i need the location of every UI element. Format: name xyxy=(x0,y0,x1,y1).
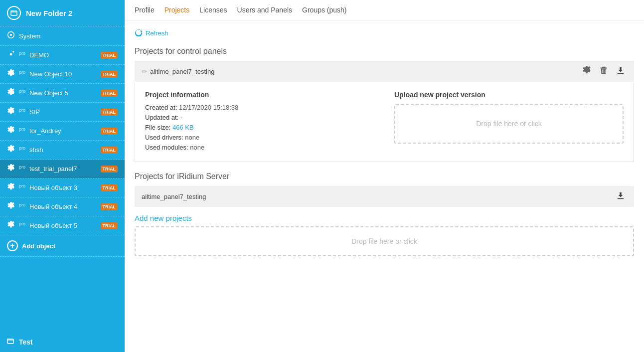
sidebar-item-novy-objekt-4[interactable]: pro Новый объект 4 TRIAL xyxy=(0,197,125,216)
used-drivers-row: Used drivers: none xyxy=(145,134,374,141)
drop-zone-upload[interactable]: Drop file here or click xyxy=(394,104,624,144)
sidebar-item-label-shsh: shsh xyxy=(29,146,96,154)
sidebar-item-label-new-object-5: New Object 5 xyxy=(29,89,96,97)
refresh-icon xyxy=(135,28,143,38)
sidebar-item-label-novy-objekt-5: Новый объект 5 xyxy=(29,222,96,229)
file-size-row: File size: 466 KB xyxy=(145,124,374,131)
plus-circle-icon: + xyxy=(7,240,18,251)
content-area: Refresh Projects for control panels ✏ al… xyxy=(125,20,644,352)
created-at-row: Created at: 12/17/2020 15:18:38 xyxy=(145,104,374,111)
used-modules-label: Used modules: xyxy=(145,144,188,151)
trial-badge: TRIAL xyxy=(101,147,118,154)
sidebar-item-label-novy-objekt-4: Новый объект 4 xyxy=(29,203,96,210)
sidebar-header[interactable]: New Folder 2 xyxy=(0,0,125,26)
pro-label: pro xyxy=(19,89,25,94)
sidebar-item-for-andrey[interactable]: pro for_Andrey TRIAL xyxy=(0,122,125,141)
sidebar-item-test-trial-panel7[interactable]: pro test_trial_panel7 TRIAL xyxy=(0,160,125,178)
file-size-label: File size: xyxy=(145,124,170,131)
add-new-projects-label[interactable]: Add new projects xyxy=(135,214,634,222)
download-button[interactable] xyxy=(614,65,627,78)
trial-badge: TRIAL xyxy=(101,184,118,191)
tab-groups-push[interactable]: Groups (push) xyxy=(302,6,346,14)
updated-at-row: Updated at: - xyxy=(145,114,374,121)
trial-badge: TRIAL xyxy=(101,203,118,210)
test-footer-item[interactable]: Test xyxy=(0,332,125,352)
sidebar-item-shsh[interactable]: pro shsh TRIAL xyxy=(0,141,125,160)
updated-at-label: Updated at: xyxy=(145,114,178,121)
svg-rect-4 xyxy=(618,73,624,74)
gear-icon xyxy=(7,50,15,60)
gear-icon xyxy=(7,202,15,211)
folder-icon xyxy=(7,6,21,20)
trial-badge: TRIAL xyxy=(101,71,118,78)
drop-zone-bottom-label: Drop file here or click xyxy=(351,237,417,245)
project-info-title: Project information xyxy=(145,91,374,99)
sidebar-item-novy-objekt-5[interactable]: pro Новый объект 5 TRIAL xyxy=(0,216,125,235)
svg-rect-3 xyxy=(7,339,13,344)
used-modules-row: Used modules: none xyxy=(145,144,374,151)
upload-title: Upload new project version xyxy=(394,91,624,99)
sidebar-item-demo[interactable]: pro DEMO TRIAL xyxy=(0,46,125,65)
svg-rect-0 xyxy=(11,11,17,15)
trial-badge: TRIAL xyxy=(101,166,118,173)
iridium-project-row[interactable]: alltime_panel7_testing xyxy=(135,186,634,207)
drop-zone-bottom[interactable]: Drop file here or click xyxy=(135,226,634,256)
system-icon xyxy=(7,31,15,41)
add-object-button[interactable]: + Add object xyxy=(0,235,125,257)
tab-licenses[interactable]: Licenses xyxy=(199,6,227,14)
sidebar-item-new-object-5[interactable]: pro New Object 5 TRIAL xyxy=(0,84,125,103)
top-navigation: Profile Projects Licenses Users and Pane… xyxy=(125,0,644,20)
project-row-alltime[interactable]: ✏ alltime_panel7_testing xyxy=(135,61,634,82)
iridium-download-button[interactable] xyxy=(614,190,627,203)
sidebar-item-label-test-trial-panel7: test_trial_panel7 xyxy=(29,165,96,173)
sidebar-item-label-demo: DEMO xyxy=(29,51,96,59)
trial-badge: TRIAL xyxy=(101,109,118,116)
sidebar-item-novy-objekt-3[interactable]: pro Новый объект 3 TRIAL xyxy=(0,178,125,197)
tab-users-and-panels[interactable]: Users and Panels xyxy=(237,6,293,14)
project-info: Project information Created at: 12/17/20… xyxy=(145,91,374,154)
file-size-value: 466 KB xyxy=(172,124,194,131)
settings-button[interactable] xyxy=(580,65,593,78)
gear-icon xyxy=(7,126,15,136)
gear-icon xyxy=(7,145,15,155)
delete-button[interactable] xyxy=(597,65,610,78)
sidebar-item-sip[interactable]: pro SIP TRIAL xyxy=(0,103,125,122)
test-icon xyxy=(7,338,14,346)
project-actions xyxy=(580,65,627,78)
refresh-label: Refresh xyxy=(146,29,168,37)
trial-badge: TRIAL xyxy=(101,52,118,59)
pro-label: pro xyxy=(19,202,25,207)
tab-projects[interactable]: Projects xyxy=(164,6,190,14)
add-object-label: Add object xyxy=(22,242,55,250)
created-at-value: 12/17/2020 15:18:38 xyxy=(179,104,238,111)
sidebar-item-label-for-andrey: for_Andrey xyxy=(29,127,96,135)
pro-label: pro xyxy=(19,183,25,188)
pro-label: pro xyxy=(19,146,25,151)
sidebar: New Folder 2 System pro DEMO TRIAL pro N… xyxy=(0,0,125,352)
svg-rect-5 xyxy=(618,198,624,199)
trial-badge: TRIAL xyxy=(101,90,118,97)
pencil-icon: ✏ xyxy=(142,68,147,75)
pro-label: pro xyxy=(19,127,25,132)
gear-icon xyxy=(7,221,15,230)
sidebar-item-new-object-10[interactable]: pro New Object 10 TRIAL xyxy=(0,65,125,84)
sidebar-item-system[interactable]: System xyxy=(0,26,125,46)
pro-label: pro xyxy=(19,51,25,56)
upload-area: Upload new project version Drop file her… xyxy=(394,91,624,154)
project-name: ✏ alltime_panel7_testing xyxy=(142,68,580,75)
project-name-text: alltime_panel7_testing xyxy=(150,68,214,75)
gear-icon xyxy=(7,107,15,117)
trial-badge: TRIAL xyxy=(101,222,118,229)
refresh-button[interactable]: Refresh xyxy=(135,28,168,38)
tab-profile[interactable]: Profile xyxy=(135,6,155,14)
gear-icon xyxy=(7,69,15,79)
project-detail: Project information Created at: 12/17/20… xyxy=(135,83,634,162)
test-label: Test xyxy=(19,338,33,346)
gear-icon xyxy=(7,88,15,98)
iridium-project-name: alltime_panel7_testing xyxy=(142,193,614,200)
updated-at-value: - xyxy=(180,114,182,121)
sidebar-item-label-novy-objekt-3: Новый объект 3 xyxy=(29,184,96,191)
projects-iridium-server-section: Projects for iRidium Server alltime_pane… xyxy=(135,172,634,207)
sidebar-header-label: New Folder 2 xyxy=(26,9,72,17)
created-at-label: Created at: xyxy=(145,104,177,111)
